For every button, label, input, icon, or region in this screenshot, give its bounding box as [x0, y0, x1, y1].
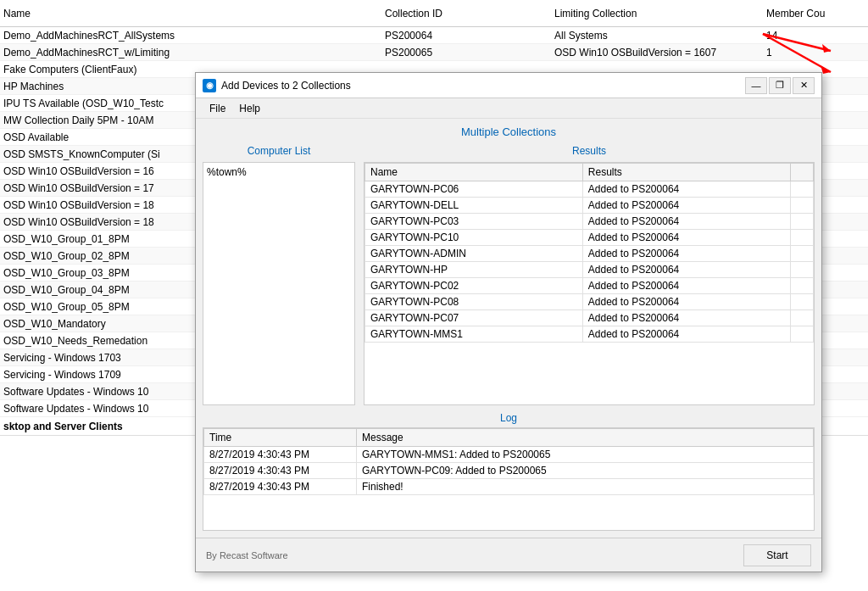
- log-table-container[interactable]: Time Message 8/27/2019 4:30:43 PM GARYTO…: [203, 427, 815, 531]
- bg-col-name-header: Name: [0, 8, 381, 20]
- result-result-cell: Added to PS200064: [582, 198, 791, 214]
- log-tbody: 8/27/2019 4:30:43 PM GARYTOWN-MMS1: Adde…: [204, 447, 814, 495]
- result-name-cell: GARYTOWN-ADMIN: [365, 246, 583, 262]
- result-name-cell: GARYTOWN-PC03: [365, 214, 583, 230]
- dialog-main-title: Multiple Collections: [203, 125, 815, 138]
- log-table-header-row: Time Message: [204, 429, 814, 447]
- results-table-row[interactable]: GARYTOWN-HP Added to PS200064: [365, 262, 814, 278]
- bg-cell-limit: OSD Win10 OSBuildVersion = 1607: [551, 47, 763, 59]
- footer-brand: By Recast Software: [206, 550, 288, 560]
- bg-cell-member: 1: [763, 47, 868, 59]
- dialog-content: Multiple Collections Computer List %town…: [196, 119, 821, 538]
- dialog-menubar: File Help: [196, 98, 821, 119]
- result-name-cell: GARYTOWN-PC02: [365, 278, 583, 294]
- result-extra-cell: [791, 326, 814, 343]
- results-col-results: Results: [582, 164, 791, 181]
- restore-button[interactable]: ❐: [769, 77, 791, 94]
- results-table-row[interactable]: GARYTOWN-PC06 Added to PS200064: [365, 181, 814, 198]
- result-result-cell: Added to PS200064: [582, 230, 791, 246]
- titlebar-buttons: — ❐ ✕: [745, 77, 815, 94]
- bg-cell-name: Demo_AddMachinesRCT_AllSystems: [0, 30, 381, 42]
- results-table-row[interactable]: GARYTOWN-PC03 Added to PS200064: [365, 214, 814, 230]
- result-name-cell: GARYTOWN-MMS1: [365, 326, 583, 343]
- dialog-main-area: Computer List %town% Results Name Result…: [203, 145, 815, 405]
- bg-table-header: Name Collection ID Limiting Collection M…: [0, 0, 868, 27]
- result-name-cell: GARYTOWN-PC10: [365, 230, 583, 246]
- result-extra-cell: [791, 181, 814, 198]
- result-result-cell: Added to PS200064: [582, 246, 791, 262]
- results-section: Results Name Results GARYTOWN-PC06 Added: [364, 145, 815, 405]
- bg-cell-id: PS200064: [381, 30, 551, 42]
- results-table-row[interactable]: GARYTOWN-PC08 Added to PS200064: [365, 294, 814, 310]
- bg-col-member-header: Member Cou: [763, 8, 868, 20]
- log-table: Time Message 8/27/2019 4:30:43 PM GARYTO…: [203, 428, 814, 495]
- log-col-message: Message: [357, 429, 814, 447]
- start-button[interactable]: Start: [743, 544, 811, 566]
- result-name-cell: GARYTOWN-HP: [365, 262, 583, 278]
- log-label: Log: [203, 412, 815, 424]
- bg-cell-member: 14: [763, 30, 868, 42]
- result-extra-cell: [791, 230, 814, 246]
- bg-table-row: Demo_AddMachinesRCT_w/Limiting PS200065 …: [0, 44, 868, 61]
- computer-list-label: Computer List: [203, 145, 355, 157]
- log-col-time: Time: [204, 429, 357, 447]
- computer-list-box[interactable]: %town%: [203, 162, 355, 405]
- log-time-cell: 8/27/2019 4:30:43 PM: [204, 447, 357, 463]
- add-devices-dialog: ◉ Add Devices to 2 Collections — ❐ ✕ Fil…: [195, 72, 822, 572]
- log-message-cell: GARYTOWN-MMS1: Added to PS200065: [357, 447, 814, 463]
- results-table-row[interactable]: GARYTOWN-PC02 Added to PS200064: [365, 278, 814, 294]
- log-message-cell: GARYTOWN-PC09: Added to PS200065: [357, 463, 814, 479]
- result-extra-cell: [791, 310, 814, 326]
- results-tbody: GARYTOWN-PC06 Added to PS200064 GARYTOWN…: [365, 181, 814, 343]
- results-label: Results: [364, 145, 815, 157]
- close-button[interactable]: ✕: [793, 77, 815, 94]
- result-result-cell: Added to PS200064: [582, 278, 791, 294]
- result-result-cell: Added to PS200064: [582, 310, 791, 326]
- dialog-icon: ◉: [203, 79, 216, 92]
- result-extra-cell: [791, 246, 814, 262]
- dialog-titlebar: ◉ Add Devices to 2 Collections — ❐ ✕: [196, 73, 821, 98]
- computer-list-section: Computer List %town%: [203, 145, 355, 405]
- result-name-cell: GARYTOWN-PC06: [365, 181, 583, 198]
- results-col-name: Name: [365, 164, 583, 181]
- result-extra-cell: [791, 214, 814, 230]
- log-time-cell: 8/27/2019 4:30:43 PM: [204, 479, 357, 495]
- result-name-cell: GARYTOWN-DELL: [365, 198, 583, 214]
- result-extra-cell: [791, 294, 814, 310]
- log-table-row: 8/27/2019 4:30:43 PM GARYTOWN-PC09: Adde…: [204, 463, 814, 479]
- result-result-cell: Added to PS200064: [582, 294, 791, 310]
- bg-col-limit-header: Limiting Collection: [551, 8, 763, 20]
- results-table-header-row: Name Results: [365, 164, 814, 181]
- bg-cell-id: PS200065: [381, 47, 551, 59]
- bg-table-row: Demo_AddMachinesRCT_AllSystems PS200064 …: [0, 27, 868, 44]
- computer-list-value: %town%: [207, 166, 247, 178]
- bg-cell-name: Demo_AddMachinesRCT_w/Limiting: [0, 47, 381, 59]
- result-extra-cell: [791, 262, 814, 278]
- result-name-cell: GARYTOWN-PC07: [365, 310, 583, 326]
- result-result-cell: Added to PS200064: [582, 262, 791, 278]
- log-table-row: 8/27/2019 4:30:43 PM GARYTOWN-MMS1: Adde…: [204, 447, 814, 463]
- result-name-cell: GARYTOWN-PC08: [365, 294, 583, 310]
- result-result-cell: Added to PS200064: [582, 181, 791, 198]
- result-result-cell: Added to PS200064: [582, 326, 791, 343]
- result-extra-cell: [791, 278, 814, 294]
- results-table-row[interactable]: GARYTOWN-DELL Added to PS200064: [365, 198, 814, 214]
- results-table-row[interactable]: GARYTOWN-MMS1 Added to PS200064: [365, 326, 814, 343]
- bg-bottom-bold-text: sktop and Server Clients: [3, 421, 123, 432]
- result-result-cell: Added to PS200064: [582, 214, 791, 230]
- results-table-row[interactable]: GARYTOWN-ADMIN Added to PS200064: [365, 246, 814, 262]
- log-section: Log Time Message 8/27/2019 4:30:43 PM GA…: [203, 412, 815, 531]
- log-table-row: 8/27/2019 4:30:43 PM Finished!: [204, 479, 814, 495]
- menu-file[interactable]: File: [203, 101, 232, 116]
- log-message-cell: Finished!: [357, 479, 814, 495]
- menu-help[interactable]: Help: [232, 101, 267, 116]
- results-col-extra: [791, 164, 814, 181]
- result-extra-cell: [791, 198, 814, 214]
- minimize-button[interactable]: —: [745, 77, 767, 94]
- results-table-container[interactable]: Name Results GARYTOWN-PC06 Added to PS20…: [364, 162, 815, 405]
- results-table-row[interactable]: GARYTOWN-PC07 Added to PS200064: [365, 310, 814, 326]
- log-time-cell: 8/27/2019 4:30:43 PM: [204, 463, 357, 479]
- results-table-row[interactable]: GARYTOWN-PC10 Added to PS200064: [365, 230, 814, 246]
- dialog-footer: By Recast Software Start: [196, 538, 821, 571]
- results-table: Name Results GARYTOWN-PC06 Added to PS20…: [364, 163, 814, 343]
